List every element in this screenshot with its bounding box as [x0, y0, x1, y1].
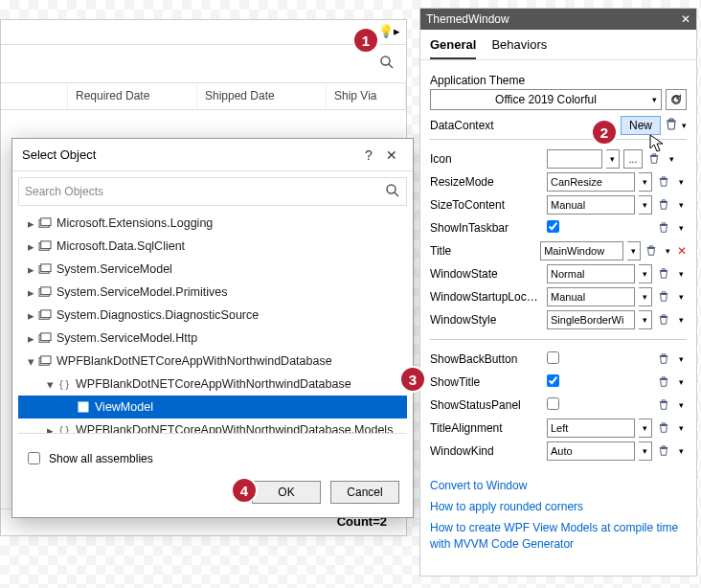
property-checkbox[interactable]	[547, 397, 635, 413]
chevron-down-icon[interactable]: ▾	[675, 446, 687, 456]
property-checkbox[interactable]	[547, 374, 635, 390]
property-value[interactable]: MainWindow	[540, 241, 623, 260]
chevron-down-icon[interactable]: ▾	[675, 377, 687, 387]
dropdown-icon[interactable]: ▾	[639, 264, 652, 283]
property-label: Title	[430, 244, 536, 258]
ellipsis-button[interactable]: ...	[623, 149, 643, 169]
trash-icon[interactable]	[656, 218, 671, 237]
delete-icon[interactable]: ✕	[677, 244, 687, 258]
expand-icon[interactable]	[43, 377, 57, 392]
property-value[interactable]: Left	[547, 418, 635, 438]
chevron-down-icon[interactable]: ▾	[663, 246, 673, 256]
chevron-down-icon[interactable]: ▾	[675, 315, 687, 325]
trash-icon[interactable]	[656, 264, 671, 283]
property-value[interactable]	[547, 149, 602, 169]
property-value[interactable]: Manual	[547, 287, 635, 306]
help-icon[interactable]: ?	[357, 147, 380, 163]
search-input[interactable]: Search Objects	[18, 177, 407, 206]
expand-icon[interactable]	[24, 216, 37, 231]
trash-icon[interactable]	[656, 350, 671, 369]
property-checkbox[interactable]	[547, 351, 635, 367]
expand-icon[interactable]	[24, 285, 37, 300]
trash-icon[interactable]	[656, 373, 671, 392]
tree-item[interactable]: Microsoft.Data.SqlClient	[18, 235, 407, 258]
chevron-down-icon[interactable]: ▾	[675, 400, 687, 410]
chevron-down-icon[interactable]: ▾	[675, 354, 687, 364]
dropdown-icon[interactable]: ▾	[639, 310, 652, 329]
close-icon[interactable]: ✕	[380, 147, 403, 163]
chevron-down-icon[interactable]: ▾	[675, 423, 687, 433]
trash-icon[interactable]	[656, 172, 671, 192]
expand-icon[interactable]	[24, 331, 37, 346]
column-header[interactable]: Ship Via	[327, 83, 406, 109]
tab-behaviors[interactable]: Behaviors	[491, 37, 547, 59]
svg-rect-15	[41, 333, 51, 341]
property-value[interactable]: Normal	[547, 264, 635, 283]
tree-item[interactable]: System.Diagnostics.DiagnosticSource	[18, 304, 407, 327]
dropdown-icon[interactable]: ▾	[606, 149, 620, 169]
property-label: TitleAlignment	[430, 421, 543, 435]
svg-rect-5	[41, 218, 51, 226]
chevron-down-icon[interactable]: ▾	[675, 269, 687, 279]
search-icon[interactable]	[379, 55, 395, 74]
expand-icon[interactable]	[24, 262, 37, 277]
trash-icon[interactable]	[656, 418, 671, 438]
ok-button[interactable]: OK	[252, 481, 321, 504]
tree-item[interactable]: { }WPFBlankDotNETCoreAppWithNorthwindDat…	[18, 373, 407, 396]
dropdown-icon[interactable]: ▾	[639, 195, 652, 215]
link-rounded[interactable]: How to apply rounded corners	[430, 499, 687, 514]
asm-icon	[37, 216, 53, 230]
dropdown-icon[interactable]: ▾	[639, 418, 652, 438]
column-header[interactable]: Shipped Date	[197, 83, 327, 109]
tree-item[interactable]: System.ServiceModel.Http	[18, 327, 407, 350]
dropdown-icon[interactable]: ▾	[639, 441, 652, 461]
chevron-down-icon[interactable]: ▾	[675, 200, 687, 210]
tree-item[interactable]: ViewModel	[18, 396, 407, 418]
show-all-input[interactable]	[28, 452, 40, 464]
property-value[interactable]: Manual	[547, 195, 635, 215]
trash-icon[interactable]	[665, 118, 678, 134]
app-theme-select[interactable]: Office 2019 Colorful	[430, 89, 662, 110]
chevron-down-icon[interactable]: ▾	[682, 121, 687, 130]
trash-icon[interactable]	[656, 287, 671, 306]
tab-general[interactable]: General	[430, 37, 476, 59]
tree-item[interactable]: System.ServiceModel.Primitives	[18, 281, 407, 304]
refresh-button[interactable]	[666, 89, 687, 110]
chevron-down-icon[interactable]: ▾	[675, 223, 687, 233]
property-value[interactable]: Auto	[547, 441, 635, 461]
panel-close-icon[interactable]: ✕	[681, 12, 690, 26]
expand-icon[interactable]	[24, 239, 37, 254]
trash-icon[interactable]	[644, 241, 659, 260]
chevron-down-icon[interactable]: ▾	[675, 292, 687, 302]
tree-item[interactable]: System.ServiceModel	[18, 258, 407, 281]
column-header[interactable]: Required Date	[68, 83, 197, 109]
property-row: SizeToContentManual▾▾	[430, 193, 687, 216]
show-all-checkbox[interactable]: Show all assemblies	[12, 440, 413, 481]
property-checkbox[interactable]	[547, 220, 635, 236]
object-tree[interactable]: Microsoft.Extensions.LoggingMicrosoft.Da…	[18, 212, 407, 434]
dropdown-icon[interactable]: ▾	[639, 172, 652, 192]
expand-icon[interactable]	[24, 308, 37, 323]
property-value[interactable]: SingleBorderWi	[547, 310, 635, 329]
search-icon[interactable]	[385, 183, 400, 201]
trash-icon[interactable]	[656, 441, 671, 461]
chevron-down-icon[interactable]: ▾	[666, 154, 677, 164]
link-convert[interactable]: Convert to Window	[430, 478, 687, 493]
trash-icon[interactable]	[656, 195, 671, 215]
new-datacontext-button[interactable]: New	[621, 116, 661, 135]
dropdown-icon[interactable]: ▾	[639, 287, 652, 306]
tree-item[interactable]: { }WPFBlankDotNETCoreAppWithNorthwindDat…	[18, 418, 407, 434]
chevron-down-icon[interactable]: ▾	[675, 177, 687, 187]
trash-icon[interactable]	[656, 310, 671, 329]
expand-icon[interactable]	[43, 423, 57, 435]
expand-icon[interactable]	[24, 354, 37, 369]
lightbulb-icon[interactable]: 💡▸	[378, 24, 400, 38]
tree-item[interactable]: WPFBlankDotNETCoreAppWithNorthwindDataba…	[18, 350, 407, 373]
tree-item[interactable]: Microsoft.Extensions.Logging	[18, 212, 407, 235]
cancel-button[interactable]: Cancel	[330, 481, 399, 504]
callout-badge-3: 3	[399, 366, 426, 393]
link-mvvm[interactable]: How to create WPF View Models at compile…	[430, 520, 687, 551]
trash-icon[interactable]	[656, 396, 671, 415]
dropdown-icon[interactable]: ▾	[627, 241, 640, 260]
property-value[interactable]: CanResize	[547, 172, 635, 192]
